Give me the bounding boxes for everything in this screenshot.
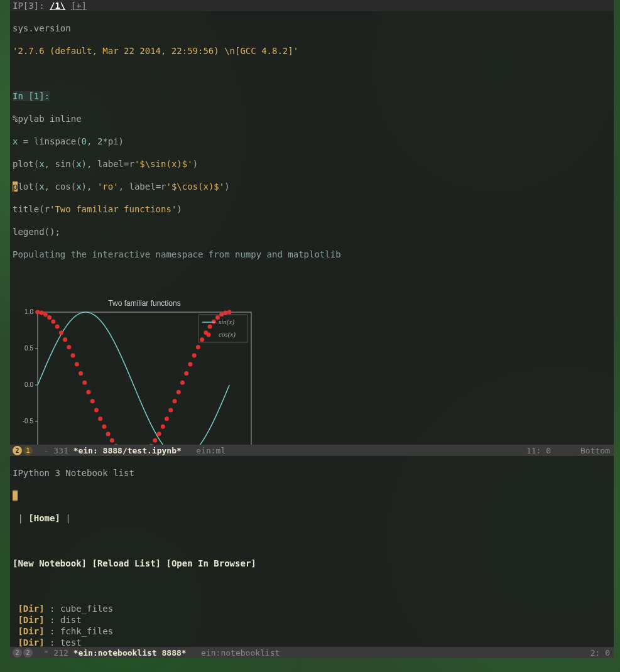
svg-point-69 bbox=[196, 345, 200, 349]
reload-list-button[interactable]: [Reload List] bbox=[92, 558, 161, 568]
output-line: '2.7.6 (default, Mar 22 2014, 22:59:56) … bbox=[13, 46, 298, 56]
svg-point-67 bbox=[188, 362, 192, 366]
modeline-bottom: 2 2 * 212 *ein:notebooklist 8888* ein:no… bbox=[10, 647, 614, 658]
svg-point-44 bbox=[98, 416, 102, 421]
major-mode: ein:notebooklist bbox=[187, 648, 280, 658]
svg-point-41 bbox=[86, 390, 90, 394]
window-number-badge: 2 bbox=[13, 648, 22, 658]
buffer-name: *ein:notebooklist 8888* bbox=[73, 648, 187, 658]
open-in-browser-button[interactable]: [Open In Browser] bbox=[166, 558, 256, 568]
buffer-name: *ein: 8888/test.ipynb* bbox=[73, 446, 182, 455]
code-line: %pylab inline bbox=[13, 114, 82, 124]
svg-point-77 bbox=[227, 310, 232, 315]
svg-point-35 bbox=[63, 337, 67, 342]
svg-point-46 bbox=[106, 431, 111, 436]
code-line: legend(); bbox=[13, 227, 60, 237]
list-item[interactable]: [Dir] : cube_files bbox=[13, 603, 611, 614]
output-line: Populating the interactive namespace fro… bbox=[13, 249, 341, 259]
window-badge: 1 bbox=[23, 446, 33, 455]
svg-point-65 bbox=[180, 381, 185, 385]
notebooklist-title: IPython 3 Notebook list bbox=[13, 468, 134, 478]
cursor-position: 2: 0 bbox=[590, 648, 610, 658]
svg-point-66 bbox=[184, 371, 188, 376]
svg-point-42 bbox=[90, 399, 95, 403]
svg-point-36 bbox=[67, 345, 71, 349]
svg-point-38 bbox=[75, 362, 79, 366]
dir-label: [Dir] bbox=[18, 626, 44, 636]
svg-text:-0.5: -0.5 bbox=[23, 418, 34, 425]
svg-text:0.5: 0.5 bbox=[24, 345, 33, 352]
tab-add[interactable]: [+] bbox=[71, 1, 87, 11]
new-notebook-button[interactable]: [New Notebook] bbox=[13, 558, 87, 568]
svg-point-29 bbox=[40, 310, 44, 315]
svg-point-63 bbox=[172, 399, 177, 403]
window-number-badge: 2 bbox=[13, 446, 22, 455]
major-mode: ein:ml bbox=[182, 446, 226, 455]
svg-text:sin(x): sin(x) bbox=[219, 318, 234, 326]
svg-text:0.0: 0.0 bbox=[24, 381, 33, 388]
tab-bar: IP[3]: /1\ [+] bbox=[10, 0, 614, 11]
svg-point-34 bbox=[59, 330, 63, 335]
code-line: title(r'Two familiar functions') bbox=[13, 203, 611, 215]
svg-text:Two familiar functions: Two familiar functions bbox=[108, 299, 180, 308]
list-item[interactable]: [Dir] : test bbox=[13, 637, 611, 647]
dir-label: [Dir] bbox=[18, 615, 44, 625]
svg-point-32 bbox=[51, 319, 55, 323]
buffer-place: Bottom bbox=[580, 446, 610, 455]
svg-text:1.0: 1.0 bbox=[24, 308, 33, 315]
svg-point-33 bbox=[55, 325, 60, 329]
svg-point-64 bbox=[177, 390, 181, 394]
code-line: plot(x, sin(x), label=r'$\sin(x)$') bbox=[13, 158, 611, 170]
cursor bbox=[13, 490, 18, 501]
svg-point-30 bbox=[43, 312, 48, 317]
svg-point-39 bbox=[79, 371, 83, 376]
svg-point-45 bbox=[102, 425, 106, 429]
svg-point-59 bbox=[157, 431, 161, 436]
svg-point-68 bbox=[192, 354, 197, 358]
svg-point-81 bbox=[207, 333, 211, 337]
svg-point-37 bbox=[71, 354, 75, 358]
window-badge: 2 bbox=[23, 648, 33, 658]
code-line: x = linspace(0, 2*pi) bbox=[13, 136, 611, 147]
svg-point-62 bbox=[168, 408, 173, 413]
breadcrumb: | [Home] | bbox=[13, 512, 611, 524]
code-line: sys.version bbox=[13, 23, 71, 33]
home-link[interactable]: [Home] bbox=[28, 513, 60, 523]
svg-point-58 bbox=[153, 438, 157, 443]
code-line: plot(x, cos(x), 'ro', label=r'$\cos(x)$'… bbox=[13, 181, 611, 192]
svg-point-31 bbox=[47, 315, 52, 320]
dir-label: [Dir] bbox=[18, 637, 44, 647]
tab-active[interactable]: /1\ bbox=[50, 1, 65, 11]
cell-prompt: In [1]: bbox=[13, 91, 50, 101]
notebooklist-buffer[interactable]: IPython 3 Notebook list | [Home] | [New … bbox=[10, 456, 614, 647]
cursor-position: 11: 0 bbox=[526, 446, 551, 455]
svg-point-60 bbox=[161, 425, 165, 429]
list-item[interactable]: [Dir] : dist bbox=[13, 614, 611, 626]
svg-point-76 bbox=[223, 310, 227, 315]
modeline-top: 2 1 - 331 *ein: 8888/test.ipynb* ein:ml … bbox=[10, 445, 614, 456]
tab-prompt: IP[3]: bbox=[13, 1, 50, 11]
svg-point-47 bbox=[110, 438, 114, 443]
svg-point-28 bbox=[36, 310, 40, 315]
notebook-buffer[interactable]: sys.version '2.7.6 (default, Mar 22 2014… bbox=[10, 11, 614, 445]
dir-label: [Dir] bbox=[18, 604, 44, 614]
matplotlib-plot: 01234567-1.0-0.50.00.51.0Two familiar fu… bbox=[13, 274, 611, 445]
list-item[interactable]: [Dir] : fchk_files bbox=[13, 626, 611, 637]
svg-point-43 bbox=[94, 408, 99, 413]
svg-text:cos(x): cos(x) bbox=[219, 330, 236, 339]
svg-point-61 bbox=[165, 416, 169, 421]
svg-point-40 bbox=[82, 381, 87, 385]
